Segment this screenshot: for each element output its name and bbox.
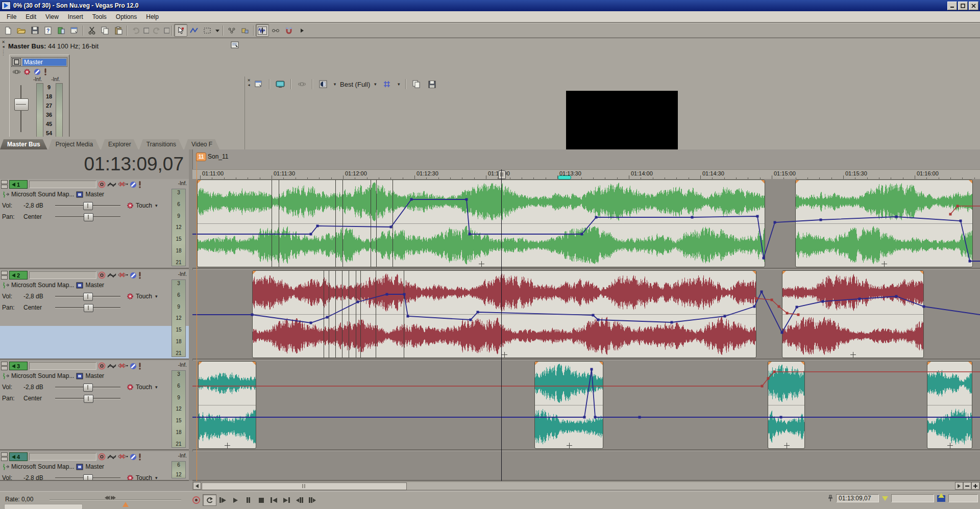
properties-button[interactable]	[68, 24, 81, 37]
track-collapse-icon[interactable]	[1, 452, 8, 461]
menu-item-tools[interactable]: Tools	[88, 12, 111, 21]
time-ruler[interactable]: 01:11:0001:11:3001:12:0001:12:3001:13:00…	[192, 169, 980, 180]
undo-button[interactable]	[129, 24, 142, 37]
master-bus-name-field[interactable]: Master	[22, 59, 66, 66]
copy-button[interactable]	[99, 24, 112, 37]
trimmer-button[interactable]	[256, 24, 269, 37]
track-fx-icon[interactable]	[118, 181, 128, 188]
track-content-3[interactable]	[192, 361, 980, 450]
more-tools-button[interactable]	[296, 24, 309, 37]
cut-button[interactable]	[85, 24, 99, 37]
scroll-left-icon[interactable]	[193, 482, 201, 490]
render-as-button[interactable]	[55, 24, 68, 37]
vol-value[interactable]: -2,8 dB	[23, 293, 55, 300]
record-arm-icon[interactable]	[98, 362, 106, 370]
track-envelope-icon[interactable]	[107, 182, 116, 188]
event-pan-crop-handle[interactable]	[502, 352, 507, 358]
track-mute-icon[interactable]	[130, 363, 137, 370]
external-monitor-icon[interactable]	[274, 78, 287, 91]
next-frame-button[interactable]	[306, 495, 318, 505]
lock-envelopes-button[interactable]	[238, 24, 252, 37]
automation-dropdown-icon[interactable]: ▾	[155, 385, 158, 390]
audio-event[interactable]	[252, 270, 756, 358]
menu-item-view[interactable]: View	[41, 12, 63, 21]
selection-dropdown-button[interactable]	[214, 24, 221, 37]
track-content-2[interactable]	[192, 270, 980, 360]
previous-frame-button[interactable]	[293, 495, 306, 505]
playhead-line[interactable]	[501, 169, 502, 481]
solo-icon[interactable]	[44, 68, 47, 75]
zoom-out-time-icon[interactable]	[963, 482, 971, 490]
track-name-field[interactable]	[29, 181, 96, 188]
track-bus-icon[interactable]	[76, 282, 83, 289]
quality-dropdown-icon[interactable]: ▾	[372, 79, 378, 90]
vol-slider[interactable]	[55, 474, 120, 481]
track-device-name[interactable]: Microsoft Sound Map...	[11, 282, 74, 289]
track-collapse-icon[interactable]	[1, 362, 8, 370]
pause-button[interactable]	[242, 495, 255, 505]
marker-bar[interactable]	[192, 149, 980, 169]
track-solo-icon[interactable]	[138, 181, 141, 188]
stop-button[interactable]	[255, 495, 267, 505]
close-button[interactable]	[969, 2, 978, 10]
audio-event[interactable]	[927, 361, 972, 449]
record-arm-icon[interactable]	[98, 453, 106, 461]
event-pan-crop-handle[interactable]	[784, 443, 790, 448]
loop-playback-button[interactable]	[203, 494, 216, 506]
tab-transitions[interactable]: Transitions	[139, 139, 183, 149]
mute-icon[interactable]	[34, 68, 41, 75]
cursor-timecode-display[interactable]: 01:13:09,07	[31, 154, 184, 175]
save-button[interactable]	[28, 24, 41, 37]
preview-properties-icon[interactable]	[252, 78, 265, 91]
automation-dropdown-icon[interactable]: ▾	[155, 294, 158, 299]
track-name-field[interactable]	[29, 453, 96, 461]
track-collapse-icon[interactable]	[1, 180, 8, 189]
event-pan-crop-handle[interactable]	[567, 443, 572, 448]
automation-mode-value[interactable]: Touch	[136, 384, 152, 391]
playhead-handle[interactable]	[498, 170, 506, 179]
track-header-2[interactable]: 2-Inf.Microsoft Sound Map...MasterVol:-2…	[0, 270, 189, 360]
track-content-4[interactable]	[192, 451, 980, 481]
track-content-1[interactable]	[192, 179, 980, 269]
timeline-marker-tag[interactable]: 11	[196, 152, 206, 161]
master-bus-close-icon[interactable]: ✕◂⋮⋮	[0, 40, 7, 55]
go-to-start-button[interactable]	[267, 495, 280, 505]
audio-event[interactable]	[768, 361, 805, 449]
track-collapse-icon[interactable]	[1, 271, 8, 279]
track-name-field[interactable]	[29, 362, 96, 370]
master-fader[interactable]	[14, 98, 29, 111]
track-mute-icon[interactable]	[130, 272, 137, 279]
event-pan-crop-handle[interactable]	[947, 443, 953, 448]
vol-value[interactable]: -2.8 dB	[23, 474, 55, 481]
track-bus-icon[interactable]	[76, 464, 83, 470]
minimize-button[interactable]	[947, 2, 957, 10]
quality-dropdown-icon[interactable]: ▾	[332, 79, 338, 90]
pan-value[interactable]: Center	[23, 213, 55, 220]
undo-dropdown-button[interactable]	[142, 24, 150, 37]
snapping-button[interactable]	[282, 24, 296, 37]
audio-event[interactable]	[197, 180, 765, 267]
play-from-start-button[interactable]	[216, 495, 229, 505]
tab-master-bus[interactable]: Master Bus	[0, 139, 47, 149]
audio-event[interactable]	[534, 361, 603, 449]
overlays-icon[interactable]	[380, 78, 394, 91]
copy-snapshot-icon[interactable]	[410, 78, 423, 91]
menu-item-edit[interactable]: Edit	[21, 12, 41, 21]
vol-slider[interactable]	[55, 202, 120, 209]
automation-mode-icon[interactable]	[125, 384, 136, 391]
event-pan-crop-handle[interactable]	[850, 352, 856, 358]
record-button[interactable]	[190, 495, 203, 505]
automation-mode-icon[interactable]	[125, 474, 136, 481]
tab-video-f[interactable]: Video F	[184, 139, 219, 149]
new-project-button[interactable]	[2, 24, 15, 37]
rate-slider-thumb[interactable]	[105, 496, 116, 500]
maximize-button[interactable]	[958, 2, 968, 10]
normal-edit-tool-button[interactable]	[174, 24, 187, 37]
pin-icon[interactable]	[828, 495, 833, 502]
automation-mode-icon[interactable]	[125, 293, 136, 300]
menu-item-options[interactable]: Options	[111, 12, 141, 21]
track-mute-icon[interactable]	[130, 453, 137, 461]
preview-quality-icon[interactable]	[316, 78, 330, 91]
menu-item-file[interactable]: File	[2, 12, 21, 21]
track-bus-icon[interactable]	[76, 191, 83, 198]
